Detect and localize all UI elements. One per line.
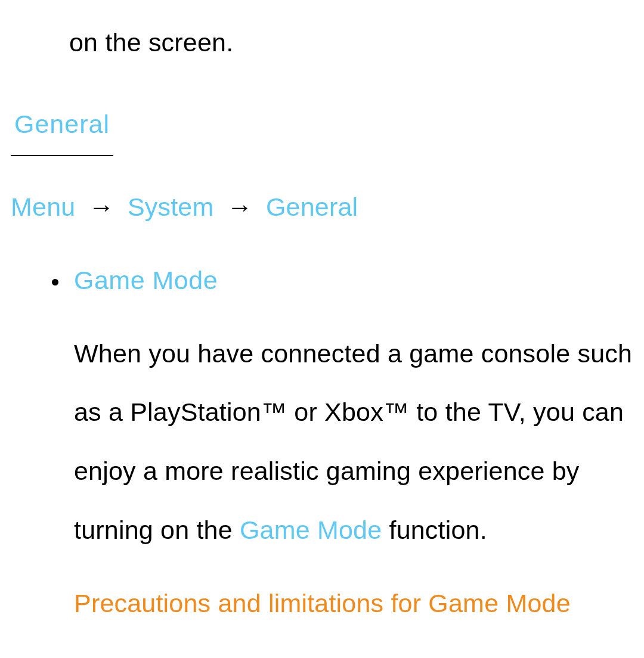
desc-highlight: Game Mode: [240, 516, 382, 544]
arrow-icon: →: [227, 193, 253, 221]
crumb-general: General: [266, 193, 358, 221]
item-title-game-mode: Game Mode: [74, 251, 633, 310]
section-heading-general: General: [11, 95, 113, 156]
precautions-heading: Precautions and limitations for Game Mod…: [74, 574, 633, 633]
crumb-menu: Menu: [11, 193, 75, 221]
prev-page-fragment: on the screen.: [11, 13, 633, 72]
desc-text-post: function.: [382, 516, 487, 544]
arrow-icon: →: [89, 193, 114, 221]
desc-text-pre: When you have connected a game console s…: [74, 339, 632, 545]
crumb-system: System: [128, 193, 214, 221]
item-description: When you have connected a game console s…: [74, 324, 633, 560]
breadcrumb: Menu → System → General: [11, 178, 633, 237]
list-item: Game Mode When you have connected a game…: [69, 251, 633, 633]
